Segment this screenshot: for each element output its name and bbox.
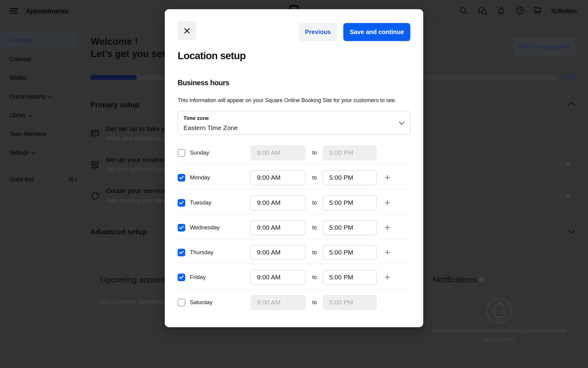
svg-text:?: ? [519, 8, 522, 13]
